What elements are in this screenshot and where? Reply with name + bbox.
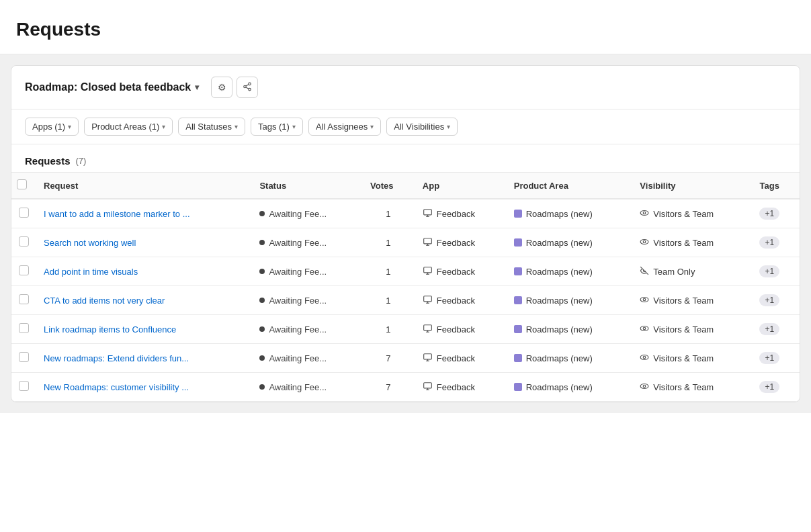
area-name-4: Roadmaps (new) — [526, 296, 593, 306]
share-button[interactable] — [237, 77, 258, 98]
row-status-1: Awaiting Fee... — [251, 199, 362, 228]
table-count: (7) — [76, 156, 87, 166]
filter-statuses-label: All Statuses — [185, 122, 232, 132]
svg-point-13 — [641, 239, 649, 244]
visibility-text-2: Visitors & Team — [653, 238, 714, 248]
row-checkbox-6[interactable] — [19, 352, 29, 362]
select-all-checkbox[interactable] — [17, 179, 27, 189]
settings-button[interactable]: ⚙ — [211, 77, 232, 98]
row-votes-1: 1 — [362, 199, 415, 228]
monitor-icon-5 — [423, 324, 433, 335]
row-votes-3: 1 — [362, 257, 415, 286]
table-section: Requests (7) Request Status Votes App — [11, 144, 800, 402]
row-tags-1: +1 — [751, 199, 800, 228]
filter-statuses[interactable]: All Statuses ▾ — [178, 118, 245, 136]
status-text-4: Awaiting Fee... — [269, 296, 327, 306]
row-tags-2: +1 — [751, 228, 800, 257]
area-name-3: Roadmaps (new) — [526, 267, 593, 277]
filter-assignees[interactable]: All Assignees ▾ — [308, 118, 381, 136]
request-link-1[interactable]: I want to add a milestone marker to ... — [44, 209, 190, 219]
roadmap-title-dropdown[interactable]: Roadmap: Closed beta feedback ▾ — [25, 81, 199, 93]
app-name-4: Feedback — [437, 296, 475, 306]
filter-visibilities[interactable]: All Visibilities ▾ — [386, 118, 458, 136]
filter-tags-chevron-icon: ▾ — [292, 123, 296, 130]
table-row: Search not working well Awaiting Fee... … — [11, 228, 800, 257]
row-checkbox-7[interactable] — [19, 381, 29, 391]
row-checkbox-cell — [11, 344, 36, 373]
row-checkbox-2[interactable] — [19, 236, 29, 247]
row-visibility-2: Visitors & Team — [632, 228, 751, 257]
area-color-box-3 — [514, 267, 522, 275]
app-name-7: Feedback — [437, 382, 475, 392]
request-link-3[interactable]: Add point in time visuals — [44, 267, 138, 277]
row-tags-4: +1 — [751, 286, 800, 315]
row-request-5: Link roadmap items to Confluence — [36, 315, 251, 344]
request-link-5[interactable]: Link roadmap items to Confluence — [44, 324, 176, 335]
svg-point-37 — [641, 384, 649, 388]
row-visibility-6: Visitors & Team — [632, 344, 751, 373]
row-votes-7: 7 — [362, 373, 415, 402]
status-dot-3 — [259, 269, 265, 274]
filter-product-areas-chevron-icon: ▾ — [162, 123, 165, 130]
request-link-4[interactable]: CTA to add items not very clear — [44, 296, 165, 306]
request-link-6[interactable]: New roadmaps: Extend dividers fun... — [44, 353, 189, 363]
svg-point-9 — [644, 212, 646, 214]
svg-point-1 — [244, 85, 247, 88]
roadmap-title-text: Roadmap: Closed beta feedback — [25, 81, 191, 93]
status-dot-5 — [259, 326, 265, 332]
row-request-6: New roadmaps: Extend dividers fun... — [36, 344, 251, 373]
row-votes-5: 1 — [362, 315, 415, 344]
eye-icon-4 — [640, 295, 649, 306]
status-dot-4 — [259, 298, 265, 303]
app-name-2: Feedback — [437, 238, 475, 248]
monitor-icon-3 — [423, 266, 433, 277]
row-status-7: Awaiting Fee... — [251, 373, 362, 402]
row-visibility-4: Visitors & Team — [632, 286, 751, 315]
monitor-icon-4 — [423, 295, 433, 306]
eye-icon-1 — [640, 208, 649, 220]
header-product-area: Product Area — [506, 173, 632, 200]
tag-badge-5: +1 — [759, 323, 779, 335]
visibility-text-6: Visitors & Team — [653, 353, 714, 363]
row-checkbox-3[interactable] — [19, 265, 29, 275]
row-votes-2: 1 — [362, 228, 415, 257]
visibility-text-4: Visitors & Team — [653, 296, 714, 306]
row-checkbox-4[interactable] — [19, 294, 29, 304]
row-checkbox-cell — [11, 228, 36, 257]
filter-apps[interactable]: Apps (1) ▾ — [25, 118, 79, 136]
svg-point-14 — [644, 240, 646, 243]
area-color-box-5 — [514, 325, 522, 333]
row-product-area-2: Roadmaps (new) — [506, 228, 632, 257]
filter-product-areas[interactable]: Product Areas (1) ▾ — [84, 118, 173, 136]
row-request-1: I want to add a milestone marker to ... — [36, 199, 251, 228]
request-link-2[interactable]: Search not working well — [44, 238, 136, 248]
status-dot-6 — [259, 355, 265, 361]
eye-icon-7 — [640, 382, 649, 393]
filter-assignees-chevron-icon: ▾ — [370, 123, 374, 130]
header-votes: Votes — [362, 173, 415, 200]
requests-table: Request Status Votes App Product Area Vi… — [11, 172, 800, 402]
monitor-icon-1 — [423, 208, 433, 220]
header-visibility: Visibility — [632, 173, 751, 200]
gear-icon: ⚙ — [218, 82, 226, 93]
eye-icon-5 — [640, 324, 649, 335]
area-name-1: Roadmaps (new) — [526, 209, 593, 219]
request-link-7[interactable]: New Roadmaps: customer visibility ... — [44, 382, 189, 392]
table-row: Link roadmap items to Confluence Awaitin… — [11, 315, 800, 344]
row-app-1: Feedback — [415, 199, 506, 228]
tag-badge-4: +1 — [759, 294, 779, 306]
svg-rect-10 — [424, 238, 432, 243]
row-checkbox-1[interactable] — [19, 208, 29, 218]
filter-tags[interactable]: Tags (1) ▾ — [251, 118, 303, 136]
table-row: New Roadmaps: customer visibility ... Aw… — [11, 373, 800, 402]
row-status-3: Awaiting Fee... — [251, 257, 362, 286]
visibility-text-1: Visitors & Team — [653, 209, 714, 219]
svg-rect-15 — [424, 267, 432, 272]
filter-product-areas-label: Product Areas (1) — [91, 122, 159, 132]
row-product-area-4: Roadmaps (new) — [506, 286, 632, 315]
tag-badge-7: +1 — [759, 381, 779, 393]
row-product-area-1: Roadmaps (new) — [506, 199, 632, 228]
row-checkbox-5[interactable] — [19, 323, 29, 333]
filter-visibilities-chevron-icon: ▾ — [447, 123, 450, 130]
row-request-7: New Roadmaps: customer visibility ... — [36, 373, 251, 402]
